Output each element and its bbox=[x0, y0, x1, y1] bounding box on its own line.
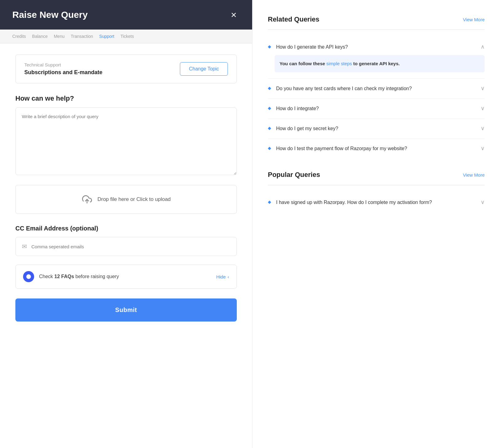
diamond-icon: ◆ bbox=[268, 146, 271, 150]
chevron-up-icon: ∧ bbox=[481, 43, 485, 50]
chevron-down-icon: ∨ bbox=[481, 145, 485, 152]
upload-icon bbox=[81, 194, 93, 205]
faq-question-text: How do I integrate? bbox=[276, 105, 476, 112]
help-section-heading: How can we help? bbox=[15, 94, 237, 102]
faq-banner-text: Check 12 FAQs before raising query bbox=[39, 274, 119, 279]
popular-queries-header: Popular Queries View More bbox=[268, 171, 485, 179]
envelope-icon: ✉ bbox=[22, 243, 27, 250]
list-item: ◆ I have signed up with Razorpay. How do… bbox=[268, 193, 485, 212]
popular-queries-section: Popular Queries View More ◆ I have signe… bbox=[268, 171, 485, 212]
list-item: ◆ How do I test the payment flow of Razo… bbox=[268, 139, 485, 158]
related-queries-header: Related Queries View More bbox=[268, 15, 485, 23]
popular-queries-view-more[interactable]: View More bbox=[463, 172, 485, 178]
chevron-down-icon: ∨ bbox=[481, 105, 485, 112]
file-upload-area[interactable]: Drop file here or Click to upload bbox=[15, 185, 237, 214]
diamond-icon: ◆ bbox=[268, 199, 271, 204]
faq-banner-left: ! Check 12 FAQs before raising query bbox=[23, 271, 119, 282]
faq-question-text: How do I generate the API keys? bbox=[276, 43, 476, 51]
close-button[interactable]: × bbox=[228, 9, 240, 21]
nav-item-tickets[interactable]: Tickets bbox=[121, 34, 134, 39]
faq-question-row[interactable]: ◆ Do you have any test cards where I can… bbox=[268, 85, 485, 92]
cc-email-input[interactable] bbox=[31, 244, 230, 249]
chevron-down-icon: ∨ bbox=[481, 199, 485, 206]
faq-icon: ! bbox=[23, 271, 34, 282]
list-item: ◆ How do I generate the API keys? ∧ You … bbox=[268, 37, 485, 79]
right-panel: Related Queries View More ◆ How do I gen… bbox=[252, 0, 500, 448]
faq-answer-link[interactable]: simple steps bbox=[326, 61, 352, 66]
related-queries-section: Related Queries View More ◆ How do I gen… bbox=[268, 15, 485, 158]
faq-question-text: Do you have any test cards where I can c… bbox=[276, 85, 476, 92]
file-upload-label: Drop file here or Click to upload bbox=[97, 196, 171, 202]
change-topic-button[interactable]: Change Topic bbox=[180, 62, 228, 76]
list-item: ◆ How do I get my secret key? ∨ bbox=[268, 119, 485, 139]
faq-question-row[interactable]: ◆ How do I test the payment flow of Razo… bbox=[268, 145, 485, 152]
faq-hide-button[interactable]: Hide ‹ bbox=[216, 274, 229, 279]
faq-banner: ! Check 12 FAQs before raising query Hid… bbox=[15, 265, 237, 289]
submit-button[interactable]: Submit bbox=[15, 298, 237, 322]
topic-value: Subscriptions and E-mandate bbox=[24, 69, 102, 76]
faq-question-row[interactable]: ◆ How do I generate the API keys? ∧ bbox=[268, 43, 485, 51]
faq-question-text: I have signed up with Razorpay. How do I… bbox=[276, 199, 476, 206]
nav-item-menu[interactable]: Menu bbox=[54, 34, 65, 39]
nav-item-balance[interactable]: Balance bbox=[32, 34, 48, 39]
diamond-icon: ◆ bbox=[268, 126, 271, 130]
svg-point-1 bbox=[26, 274, 31, 279]
svg-text:!: ! bbox=[27, 275, 28, 278]
diamond-icon: ◆ bbox=[268, 86, 271, 90]
cc-email-label: CC Email Address (optional) bbox=[15, 225, 237, 232]
related-queries-divider bbox=[268, 30, 485, 30]
nav-item-transaction[interactable]: Transaction bbox=[71, 34, 93, 39]
faq-question-row[interactable]: ◆ How do I get my secret key? ∨ bbox=[268, 125, 485, 132]
nav-bar: Credits Balance Menu Transaction Support… bbox=[0, 30, 252, 43]
list-item: ◆ Do you have any test cards where I can… bbox=[268, 79, 485, 99]
nav-item-credits[interactable]: Credits bbox=[12, 34, 26, 39]
faq-answer: You can follow these simple steps to gen… bbox=[275, 55, 485, 72]
popular-queries-divider bbox=[268, 185, 485, 185]
query-textarea[interactable] bbox=[15, 107, 237, 175]
related-queries-view-more[interactable]: View More bbox=[463, 17, 485, 22]
faq-question-row[interactable]: ◆ I have signed up with Razorpay. How do… bbox=[268, 199, 485, 206]
topic-label: Technical Support bbox=[24, 62, 102, 67]
modal: Raise New Query × Credits Balance Menu T… bbox=[0, 0, 252, 448]
chevron-down-icon: ∨ bbox=[481, 85, 485, 92]
faq-chevron-icon: ‹ bbox=[228, 274, 229, 279]
list-item: ◆ How do I integrate? ∨ bbox=[268, 99, 485, 119]
nav-item-support[interactable]: Support bbox=[99, 34, 114, 39]
email-input-wrapper: ✉ bbox=[15, 237, 237, 256]
related-queries-title: Related Queries bbox=[268, 15, 319, 23]
faq-question-text: How do I test the payment flow of Razorp… bbox=[276, 145, 476, 152]
diamond-icon: ◆ bbox=[268, 106, 271, 110]
faq-count: 12 FAQs bbox=[54, 274, 74, 279]
faq-question-row[interactable]: ◆ How do I integrate? ∨ bbox=[268, 105, 485, 112]
modal-title: Raise New Query bbox=[12, 10, 88, 20]
faq-question-text: How do I get my secret key? bbox=[276, 125, 476, 132]
modal-body: Technical Support Subscriptions and E-ma… bbox=[0, 43, 252, 448]
diamond-icon: ◆ bbox=[268, 44, 271, 49]
topic-info: Technical Support Subscriptions and E-ma… bbox=[24, 62, 102, 76]
topic-card: Technical Support Subscriptions and E-ma… bbox=[15, 54, 237, 83]
chevron-down-icon: ∨ bbox=[481, 125, 485, 132]
popular-queries-title: Popular Queries bbox=[268, 171, 320, 179]
modal-header: Raise New Query × bbox=[0, 0, 252, 30]
